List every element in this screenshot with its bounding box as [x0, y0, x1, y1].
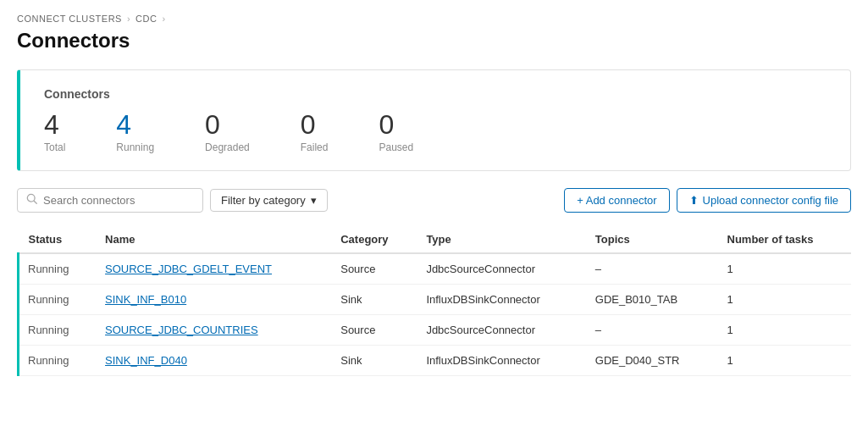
- cell-status: Running: [19, 253, 96, 285]
- stat-total-value: 4: [44, 111, 65, 138]
- cell-category: Source: [330, 315, 416, 346]
- toolbar: Filter by category ▾ + Add connector ⬆ U…: [17, 188, 851, 213]
- stat-failed-value: 0: [301, 111, 329, 138]
- svg-line-1: [34, 201, 36, 203]
- table-header-row: Status Name Category Type Topics Number …: [19, 226, 852, 253]
- connector-name-link[interactable]: SINK_INF_B010: [105, 293, 186, 306]
- stat-degraded: 0 Degraded: [205, 111, 250, 153]
- connector-name-link[interactable]: SOURCE_JDBC_GDELT_EVENT: [105, 263, 272, 275]
- search-icon: [26, 193, 38, 208]
- stat-running[interactable]: 4 Running: [116, 111, 154, 153]
- page-title: Connectors: [17, 29, 851, 53]
- cell-category: Sink: [330, 285, 416, 315]
- table-row: Running SOURCE_JDBC_COUNTRIES Source Jdb…: [19, 315, 852, 346]
- stat-total: 4 Total: [44, 111, 65, 153]
- table-row: Running SOURCE_JDBC_GDELT_EVENT Source J…: [19, 253, 852, 285]
- cell-category: Source: [330, 253, 416, 285]
- stat-degraded-label: Degraded: [205, 141, 250, 153]
- cell-type: InfluxDBSinkConnector: [416, 346, 584, 376]
- cell-topics: –: [585, 253, 717, 285]
- upload-label: Upload connector config file: [703, 194, 838, 207]
- cell-topics: –: [585, 315, 717, 346]
- cell-type: JdbcSourceConnector: [416, 253, 584, 285]
- cell-status: Running: [19, 285, 96, 315]
- cell-name[interactable]: SINK_INF_B010: [95, 285, 330, 315]
- connectors-table: Status Name Category Type Topics Number …: [17, 226, 851, 376]
- stat-paused-label: Paused: [379, 141, 413, 153]
- cell-type: JdbcSourceConnector: [416, 315, 584, 346]
- connector-name-link[interactable]: SINK_INF_D040: [105, 354, 187, 367]
- summary-card: Connectors 4 Total 4 Running 0 Degraded …: [17, 69, 851, 171]
- cell-category: Sink: [330, 346, 416, 376]
- upload-icon: ⬆: [689, 194, 699, 207]
- cell-type: InfluxDBSinkConnector: [416, 285, 584, 315]
- filter-by-category-button[interactable]: Filter by category ▾: [210, 189, 328, 212]
- col-header-name: Name: [95, 226, 330, 253]
- cell-topics: GDE_B010_TAB: [585, 285, 717, 315]
- upload-connector-config-button[interactable]: ⬆ Upload connector config file: [677, 188, 851, 213]
- cell-tasks: 1: [717, 253, 851, 285]
- breadcrumb-sep-1: ›: [127, 14, 130, 24]
- cell-name[interactable]: SINK_INF_D040: [95, 346, 330, 376]
- col-header-category: Category: [330, 226, 416, 253]
- breadcrumb-item-cdc[interactable]: CDC: [135, 14, 157, 24]
- cell-name[interactable]: SOURCE_JDBC_GDELT_EVENT: [95, 253, 330, 285]
- cell-name[interactable]: SOURCE_JDBC_COUNTRIES: [95, 315, 330, 346]
- breadcrumb-sep-2: ›: [162, 14, 165, 24]
- cell-tasks: 1: [717, 285, 851, 315]
- col-header-type: Type: [416, 226, 584, 253]
- cell-tasks: 1: [717, 315, 851, 346]
- table-row: Running SINK_INF_B010 Sink InfluxDBSinkC…: [19, 285, 852, 315]
- stat-failed-label: Failed: [301, 141, 329, 153]
- stat-total-label: Total: [44, 141, 65, 153]
- search-input[interactable]: [43, 194, 194, 207]
- cell-topics: GDE_D040_STR: [585, 346, 717, 376]
- stat-running-value[interactable]: 4: [116, 111, 154, 138]
- breadcrumb: CONNECT CLUSTERS › CDC ›: [17, 14, 851, 24]
- stat-paused: 0 Paused: [379, 111, 413, 153]
- add-connector-button[interactable]: + Add connector: [564, 188, 669, 213]
- col-header-status: Status: [19, 226, 96, 253]
- connector-name-link[interactable]: SOURCE_JDBC_COUNTRIES: [105, 324, 258, 336]
- cell-tasks: 1: [717, 346, 851, 376]
- stat-degraded-value: 0: [205, 111, 250, 138]
- summary-stats: 4 Total 4 Running 0 Degraded 0 Failed 0 …: [44, 111, 827, 153]
- col-header-topics: Topics: [585, 226, 717, 253]
- breadcrumb-item-clusters[interactable]: CONNECT CLUSTERS: [17, 14, 122, 24]
- chevron-down-icon: ▾: [311, 194, 317, 207]
- cell-status: Running: [19, 346, 96, 376]
- table-row: Running SINK_INF_D040 Sink InfluxDBSinkC…: [19, 346, 852, 376]
- stat-failed: 0 Failed: [301, 111, 329, 153]
- stat-running-label: Running: [116, 141, 154, 153]
- summary-card-title: Connectors: [44, 87, 827, 101]
- cell-status: Running: [19, 315, 96, 346]
- search-box[interactable]: [17, 188, 203, 213]
- filter-label: Filter by category: [221, 194, 306, 207]
- stat-paused-value: 0: [379, 111, 413, 138]
- add-connector-label: + Add connector: [577, 194, 656, 207]
- col-header-tasks: Number of tasks: [717, 226, 851, 253]
